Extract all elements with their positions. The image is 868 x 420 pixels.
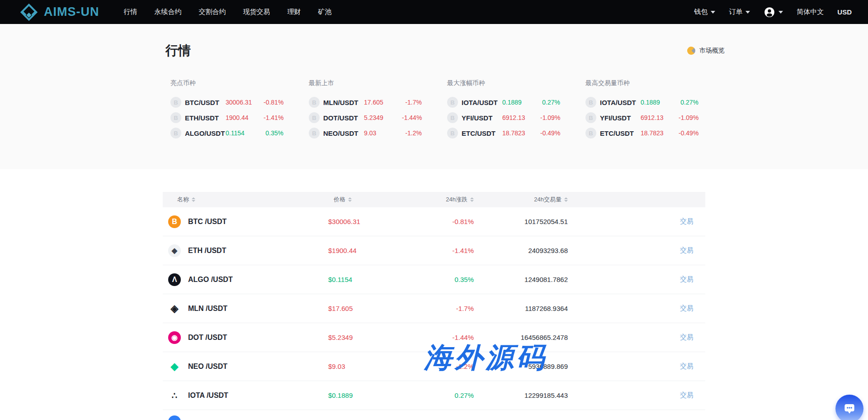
account-menu[interactable]	[764, 6, 783, 18]
column-header-24h-change[interactable]: 24h涨跌	[387, 196, 474, 204]
trade-link[interactable]: 交易	[680, 362, 693, 370]
trade-link[interactable]: 交易	[680, 246, 693, 254]
coin-icon-partial	[168, 415, 181, 420]
pair-cell[interactable]: ◆ NEO /USDT	[163, 360, 328, 373]
highlight-coin-row[interactable]: B BTC/USDT 30006.31 -0.81%	[170, 95, 283, 110]
pair-cell[interactable]: B BTC /USDT	[163, 215, 328, 228]
change-cell: 0.27%	[387, 391, 474, 399]
volume-cell: 5936889.869	[474, 363, 568, 370]
highlight-coin-row[interactable]: B MLN/USDT 17.605 -1.7%	[309, 95, 422, 110]
price-cell: $9.03	[328, 363, 387, 370]
market-overview-link[interactable]: 市场概览	[687, 47, 725, 55]
coin-placeholder-icon: B	[309, 112, 320, 123]
highlight-coin-row[interactable]: B ETC/USDT 18.7823 -0.49%	[447, 125, 560, 141]
change-value: 0.35%	[265, 129, 283, 137]
highlight-coin-row[interactable]: B ALGO/USDT 0.1154 0.35%	[170, 125, 283, 141]
highlight-coin-row[interactable]: B IOTA/USDT 0.1889 0.27%	[585, 95, 698, 110]
pair-label: MLN/USDT	[323, 99, 364, 106]
trade-link[interactable]: 交易	[680, 391, 693, 399]
header-label: 价格	[334, 196, 345, 204]
highlight-col-top-volume: 最高交易量币种 B IOTA/USDT 0.1889 0.27% B YFI/U…	[585, 79, 698, 141]
brand-name: AIMS-UN	[44, 5, 99, 19]
pair-label: YFI/USDT	[462, 114, 502, 122]
highlight-label: 最新上市	[309, 79, 422, 87]
highlight-coin-row[interactable]: B YFI/USDT 6912.13 -1.09%	[447, 110, 560, 125]
highlight-label: 最大涨幅币种	[447, 79, 560, 87]
highlight-label: 最高交易量币种	[585, 79, 698, 87]
pair-label: ALGO/USDT	[185, 129, 226, 137]
markets-hero-section: 行情 市场概览 亮点币种 B BTC/USDT 30006.31 -0.81% …	[0, 24, 868, 169]
table-row: ◈ MLN /USDT $17.605 -1.7% 1187268.9364 交…	[163, 294, 705, 323]
price-cell: $5.2349	[328, 334, 387, 341]
brand-diamond-icon	[20, 3, 38, 21]
currency-selector[interactable]: USD	[837, 8, 852, 16]
highlight-coin-row[interactable]: B IOTA/USDT 0.1889 0.27%	[447, 95, 560, 110]
chat-bubble-icon	[842, 401, 857, 416]
trade-link[interactable]: 交易	[680, 304, 693, 312]
change-value: -0.81%	[264, 99, 283, 106]
pie-chart-icon	[687, 47, 695, 55]
highlight-coin-row[interactable]: B DOT/USDT 5.2349 -1.44%	[309, 110, 422, 125]
change-cell: -1.41%	[387, 247, 474, 254]
trade-link[interactable]: 交易	[680, 333, 693, 341]
pair-label: ALGO /USDT	[188, 276, 233, 284]
highlight-coin-row[interactable]: B ETH/USDT 1900.44 -1.41%	[170, 110, 283, 125]
sort-icon[interactable]	[192, 197, 195, 202]
price-value: 18.7823	[641, 129, 679, 137]
volume-cell: 1249081.7862	[474, 276, 568, 283]
change-cell: -1.7%	[387, 305, 474, 312]
language-selector[interactable]: 简体中文	[797, 8, 824, 16]
column-header-name[interactable]: 名称	[163, 196, 328, 204]
change-cell: -1.44%	[387, 334, 474, 341]
wallet-label: 钱包	[694, 8, 708, 16]
pair-label: BTC /USDT	[188, 218, 226, 226]
customer-service-chat-button[interactable]	[835, 395, 863, 420]
nav-item-perpetual[interactable]: 永续合约	[155, 8, 182, 16]
coin-placeholder-icon: B	[585, 112, 596, 123]
coin-placeholder-icon: B	[170, 128, 181, 138]
neo-coin-icon: ◆	[168, 360, 181, 373]
price-value: 0.1889	[641, 99, 679, 106]
highlight-coin-row[interactable]: B NEO/USDT 9.03 -1.2%	[309, 125, 422, 141]
change-value: 0.27%	[542, 99, 560, 106]
wallet-menu[interactable]: 钱包	[694, 8, 715, 16]
pair-cell[interactable]: ∴ IOTA /USDT	[163, 389, 328, 402]
pair-cell[interactable]: ◆ ETH /USDT	[163, 244, 328, 257]
coin-placeholder-icon: B	[309, 128, 320, 138]
change-value: -1.7%	[405, 99, 422, 106]
sort-icon[interactable]	[470, 197, 474, 202]
nav-item-finance[interactable]: 理财	[288, 8, 301, 16]
trade-link[interactable]: 交易	[680, 217, 693, 225]
trade-link[interactable]: 交易	[680, 275, 693, 283]
change-value: -1.2%	[405, 129, 422, 137]
chevron-down-icon	[745, 11, 750, 14]
sort-icon[interactable]	[564, 197, 568, 202]
page-title: 行情	[165, 42, 191, 59]
nav-item-delivery[interactable]: 交割合约	[199, 8, 226, 16]
change-cell: 0.35%	[387, 276, 474, 283]
change-value: -1.41%	[264, 114, 283, 121]
nav-item-markets[interactable]: 行情	[124, 8, 137, 16]
pair-cell[interactable]: ◉ DOT /USDT	[163, 331, 328, 344]
column-header-24h-volume[interactable]: 24h交易量	[474, 196, 568, 204]
column-header-price[interactable]: 价格	[328, 196, 387, 204]
sort-icon[interactable]	[348, 197, 352, 202]
coin-placeholder-icon: B	[585, 97, 596, 108]
highlight-coin-row[interactable]: B ETC/USDT 18.7823 -0.49%	[585, 125, 698, 141]
price-cell: $0.1889	[328, 391, 387, 399]
orders-menu[interactable]: 订单	[729, 8, 750, 16]
pair-cell[interactable]: Λ ALGO /USDT	[163, 273, 328, 286]
nav-item-pool[interactable]: 矿池	[318, 8, 332, 16]
dot-coin-icon: ◉	[168, 331, 181, 344]
nav-item-spot[interactable]: 现货交易	[243, 8, 270, 16]
table-row-partial	[163, 410, 705, 420]
pair-label: IOTA/USDT	[600, 99, 641, 106]
table-row: ◆ NEO /USDT $9.03 -1.2% 5936889.869 交易	[163, 352, 705, 381]
brand-logo[interactable]: AIMS-UN	[20, 3, 99, 21]
highlight-coin-row[interactable]: B YFI/USDT 6912.13 -1.09%	[585, 110, 698, 125]
chevron-down-icon	[778, 11, 783, 14]
header-label: 名称	[177, 196, 189, 204]
pair-cell[interactable]: ◈ MLN /USDT	[163, 302, 328, 315]
markets-table: 名称 价格 24h涨跌 24h交易量 B BTC /USDT $30006.31…	[163, 192, 705, 420]
header-label: 24h交易量	[534, 196, 561, 204]
